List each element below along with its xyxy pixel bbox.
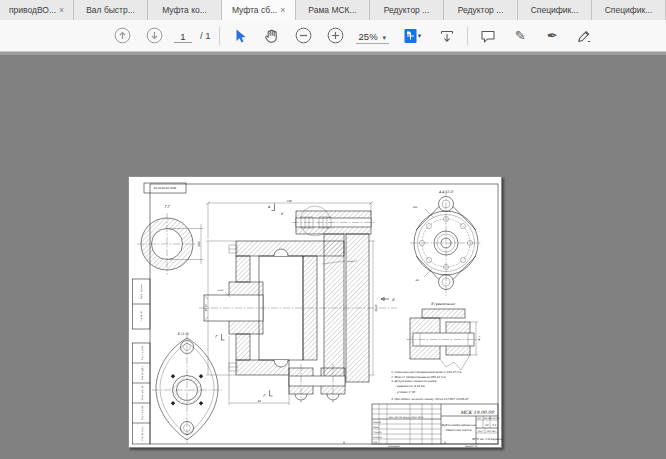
pdf-page[interactable]: МСК 19.00.00 СБ Перв. примен. Справ. № П… [128,176,502,448]
zoom-in-button[interactable] [324,24,348,48]
svg-text:В (увеличено): В (увеличено) [431,302,456,306]
tab-label: Специфик... [605,5,653,15]
svg-text:Лист: Лист [478,430,484,433]
previous-page-button[interactable] [110,24,134,48]
view-aa: А-А (1:2) [410,190,482,296]
svg-text:МГТУ им. Н.Э.Баумана: МГТУ им. Н.Э.Баумана [472,438,503,441]
tab-close-icon[interactable]: × [280,6,285,15]
tab-reduktor-1[interactable]: Редуктор ... [370,0,444,20]
view-gg: Г-Г Ø48 [137,205,203,275]
svg-text:1×45°: 1×45° [217,289,225,292]
svg-text:Т.контр.: Т.контр. [373,431,382,434]
view-v: В (увеличено) M12 [406,302,480,370]
tab-specifik-1[interactable]: Специфик... [518,0,592,20]
cursor-arrow-icon [232,28,248,44]
svg-text:Б: Б [281,212,284,216]
svg-text:МСК 19.00.00 СБ: МСК 19.00.00 СБ [153,186,176,189]
page-display-mode-button[interactable]: ▾ [397,24,427,48]
view-b: Б (1:2) [152,332,222,443]
document-canvas[interactable]: МСК 19.00.00 СБ Перв. примен. Справ. № П… [0,52,666,459]
svg-text:Справ. №: Справ. № [140,311,143,322]
svg-text:M12: M12 [478,336,480,341]
tab-label: Рама МСК... [308,5,356,15]
svg-text:Изм. Лист № докум. Подп. Дата: Изм. Лист № докум. Подп. Дата [389,416,424,419]
svg-text:Ø8: Ø8 [416,279,420,282]
hand-tool-button[interactable] [260,24,284,48]
svg-text:4. При сборке наносить смазку: 4. При сборке наносить смазку Литол-24 Г… [391,397,469,401]
tab-bar: приводВО... × Вал быстр... Муфта ко... М… [0,0,666,20]
svg-text:Пров.: Пров. [373,426,379,429]
svg-text:Разраб.: Разраб. [373,421,382,424]
zoom-out-button[interactable] [292,24,316,48]
svg-text:- радиальное 0,19 мм;: - радиальное 0,19 мм; [395,385,426,388]
svg-text:3. Допускаемое смещение валов:: 3. Допускаемое смещение валов: [391,380,437,383]
fill-and-sign-button[interactable] [572,24,596,48]
svg-text:Подп. и дата: Подп. и дата [141,345,144,360]
tab-close-icon[interactable]: × [59,6,64,15]
title-block: Изм. Лист № докум. Подп. Дата Разраб. Пр… [372,404,503,444]
hand-icon [263,27,280,44]
svg-text:А-А (1:2): А-А (1:2) [439,190,454,194]
technical-notes: 1. Номинальный передаваемый момент 193,4… [391,371,469,401]
fit-width-icon [439,28,455,44]
svg-text:МСК 19.00.00: МСК 19.00.00 [460,410,495,415]
arrow-down-circle-icon [146,27,163,44]
svg-text:Формат A3: Формат A3 [465,445,478,448]
svg-text:Ø110: Ø110 [205,304,208,311]
highlight-button[interactable]: ✎ [508,24,532,48]
svg-text:Инв. № дубл.: Инв. № дубл. [141,366,144,381]
svg-text:Г-Г: Г-Г [164,205,170,209]
svg-text:Лит.: Лит. [477,417,482,419]
tab-label: Редуктор ... [384,5,430,15]
tab-privodvo[interactable]: приводВО... × [0,0,74,20]
svg-text:Подп. и дата: Подп. и дата [141,405,144,420]
svg-text:48: 48 [257,400,261,403]
tab-label: Редуктор ... [458,5,504,15]
svg-text:- угловое 1°30'.: - угловое 1°30'. [395,391,416,394]
svg-text:Ø125: Ø125 [375,304,378,311]
tab-label: приводВО... [9,5,56,15]
svg-text:Ø84: Ø84 [413,206,418,209]
plus-circle-icon [327,27,344,44]
tab-label: Муфта ко... [162,5,207,15]
svg-text:1. Номинальный передаваемый мо: 1. Номинальный передаваемый момент 193,4… [391,371,462,374]
tab-label: Вал быстр... [86,5,135,15]
tab-mufta-ko[interactable]: Муфта ко... [148,0,222,20]
margin-stamps: Перв. примен. Справ. № Подп. и дата Инв.… [133,279,151,444]
svg-text:1:1: 1:1 [492,424,497,427]
fit-width-button[interactable] [435,24,459,48]
pen-nib-icon: ✒ [547,28,558,43]
tab-specifik-2[interactable]: Специфик... [592,0,666,20]
svg-text:Инв. № подл.: Инв. № подл. [141,426,144,441]
page-view-icon [403,28,418,44]
zoom-level-select[interactable]: 25% ▾ [356,28,390,44]
page-count-label: / 1 [200,30,211,41]
svg-text:2. Момент пробуксовывания 991,: 2. Момент пробуксовывания 991,83 Н·м. [391,375,446,379]
svg-text:Б (1:2): Б (1:2) [177,332,189,336]
chevron-down-icon: ▾ [383,34,387,42]
select-tool-button[interactable] [228,24,252,48]
svg-text:Перв. примен.: Перв. примен. [140,283,143,299]
svg-text:Г: Г [263,394,266,398]
frame-footer: Копировал Формат A3 [388,445,478,448]
pencil-icon: ✎ [515,28,526,43]
speech-bubble-icon [480,28,496,44]
tab-label: Муфта сб... [232,5,277,15]
main-section-view: 240 А Б [199,200,397,406]
tab-rama-msk[interactable]: Рама МСК... [296,0,370,20]
page-number-input[interactable]: 1 [174,28,192,43]
sign-button[interactable]: ✒ [540,24,564,48]
tab-val-bystr[interactable]: Вал быстр... [74,0,148,20]
fill-sign-icon [576,28,592,44]
svg-text:Листов 1: Листов 1 [487,430,497,433]
svg-text:Муфта комбинированная: Муфта комбинированная [441,423,476,427]
tab-reduktor-2[interactable]: Редуктор ... [444,0,518,20]
next-page-button[interactable] [142,24,166,48]
zoom-level-value: 25% [359,31,378,42]
chevron-down-icon: ▾ [418,32,422,40]
svg-text:Взам. инв. №: Взам. инв. № [141,385,144,400]
tab-mufta-sb-active[interactable]: Муфта сб... × [222,0,296,20]
comment-button[interactable] [476,24,500,48]
svg-text:А: А [268,205,271,209]
minus-circle-icon [295,27,312,44]
